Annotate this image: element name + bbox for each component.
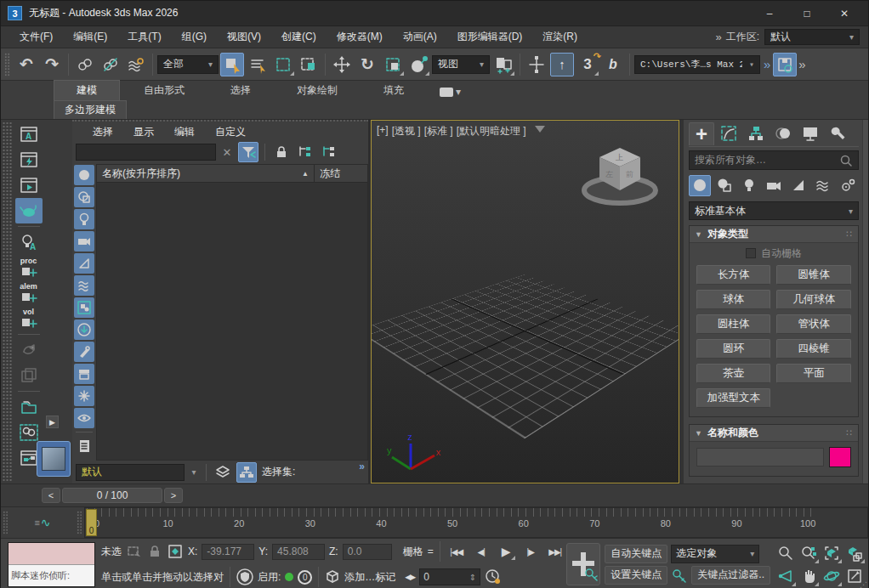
minimize-button[interactable]: –: [753, 3, 787, 24]
current-frame-field[interactable]: 0 ⇕: [419, 568, 480, 585]
category-systems-button[interactable]: [837, 175, 859, 196]
toggle-set-key-mode-button[interactable]: [566, 543, 600, 585]
command-panel-scrollbar[interactable]: [862, 120, 868, 483]
previous-key-button[interactable]: ◀|: [471, 542, 491, 561]
light-lister-button[interactable]: A: [15, 229, 43, 255]
play-animation-button[interactable]: ▶: [496, 542, 516, 561]
viewport-menu-general[interactable]: [+]: [377, 124, 389, 139]
toolbar-drag-handle[interactable]: [4, 53, 10, 76]
clear-search-icon[interactable]: ✕: [219, 146, 235, 159]
open-folders-button[interactable]: [15, 394, 43, 420]
current-frame-display[interactable]: 0 / 100: [62, 488, 162, 503]
explorer-search-input[interactable]: [76, 144, 216, 161]
explorer-menu-item[interactable]: 自定义: [207, 125, 254, 139]
autogrid-checkbox[interactable]: [746, 248, 756, 258]
ribbon-tab-populate[interactable]: 填充: [361, 81, 426, 100]
listener-macro-pane[interactable]: [9, 543, 94, 565]
close-button[interactable]: ✕: [827, 3, 861, 24]
display-helpers-toggle[interactable]: [74, 253, 94, 274]
explorer-filter-button[interactable]: [238, 142, 258, 162]
column-header-name[interactable]: 名称(按升序排序) ▲: [97, 165, 315, 182]
pick-parent-button[interactable]: [295, 142, 315, 162]
selection-filter-dropdown[interactable]: 全部 ▾: [157, 55, 219, 74]
category-spacewarps-button[interactable]: [812, 175, 834, 196]
snap-3d-toggle-button[interactable]: 3↷: [576, 53, 599, 76]
menu-item[interactable]: 动画(A): [393, 26, 447, 48]
trackbar-drag-handle[interactable]: [3, 511, 8, 534]
selection-lock-region-icon[interactable]: [126, 543, 143, 560]
material-preview-button[interactable]: [37, 441, 71, 477]
hierarchy-view-button[interactable]: [236, 462, 257, 483]
tab-hierarchy[interactable]: [743, 122, 769, 145]
menu-item[interactable]: 编辑(E): [63, 26, 117, 48]
next-key-button[interactable]: |▶: [520, 542, 541, 561]
object-name-field[interactable]: [696, 448, 824, 466]
menu-item[interactable]: 创建(C): [271, 26, 327, 48]
category-dropdown[interactable]: 标准基本体 ▾: [689, 201, 859, 220]
spinner-icon[interactable]: ⇕: [469, 573, 476, 582]
mini-curve-editor-button[interactable]: ≡ ∿: [34, 516, 50, 529]
layers-view-button[interactable]: [213, 462, 233, 483]
snap-toggle-button[interactable]: [525, 53, 548, 76]
next-frame-button[interactable]: >: [164, 488, 183, 503]
y-coordinate-field[interactable]: 45.808: [272, 544, 325, 560]
pan-view-button[interactable]: [798, 565, 820, 587]
window-crossing-toggle[interactable]: [297, 53, 321, 76]
pick-child-button[interactable]: [319, 142, 339, 162]
undo-button[interactable]: ↶: [14, 53, 38, 76]
viewport-menu-shading[interactable]: [默认明暗处理 ]: [457, 124, 526, 139]
display-bones-toggle[interactable]: [74, 342, 94, 362]
workspace-dropdown[interactable]: 默认 ▾: [764, 29, 860, 45]
maxscript-mini-listener[interactable]: 脚本迷你侦听:: [8, 542, 95, 587]
object-type-button[interactable]: 茶壶: [696, 364, 771, 383]
display-geometry-toggle[interactable]: [74, 165, 94, 185]
trackbar-drag-handle[interactable]: [77, 511, 82, 534]
display-hidden-toggle[interactable]: [74, 408, 94, 428]
tab-modify[interactable]: [716, 122, 741, 145]
select-link-button[interactable]: [73, 53, 97, 76]
toolbar-overflow-icon[interactable]: »: [764, 57, 770, 71]
object-type-button[interactable]: 长方体: [696, 265, 771, 285]
add-time-tag[interactable]: 添加…标记: [344, 570, 395, 585]
menu-item[interactable]: 工具(T): [117, 26, 171, 48]
unlink-selection-button[interactable]: [99, 53, 122, 76]
category-shapes-button[interactable]: [713, 175, 736, 196]
window-resize-grip[interactable]: ⋰: [860, 580, 867, 588]
object-type-button[interactable]: 圆柱体: [696, 314, 771, 334]
key-mode-toggle-icon[interactable]: ◀▶: [405, 573, 415, 581]
tab-motion[interactable]: [770, 122, 796, 145]
object-type-button[interactable]: 加强型文本: [696, 388, 771, 408]
mute-count-button[interactable]: 0: [298, 570, 312, 585]
select-and-place-button[interactable]: [406, 53, 430, 76]
display-lights-toggle[interactable]: [74, 209, 94, 229]
menu-item[interactable]: 修改器(M): [327, 26, 393, 48]
keyframe-icon[interactable]: [671, 567, 688, 584]
render-setup-window-button[interactable]: [15, 147, 43, 172]
cube-marker-icon[interactable]: [325, 569, 340, 585]
ribbon-minimize-button[interactable]: ▾: [440, 86, 461, 100]
enabled-indicator[interactable]: [285, 573, 293, 581]
listener-script-pane[interactable]: 脚本迷你侦听:: [9, 565, 94, 586]
previous-frame-button[interactable]: <: [42, 488, 60, 503]
ribbon-panel-polygon-modeling[interactable]: 多边形建模: [54, 100, 127, 119]
menu-item[interactable]: 图形编辑器(D): [447, 26, 533, 48]
render-in-cloud-button[interactable]: [15, 198, 43, 223]
rendered-frame-window-button[interactable]: [15, 172, 43, 198]
explorer-settings-button[interactable]: [74, 436, 94, 456]
explorer-menu-item[interactable]: 编辑: [166, 125, 203, 139]
ribbon-tab-freeform[interactable]: 自由形式: [122, 81, 207, 100]
project-folder-dropdown[interactable]: C:\Users\李…s Max 2026 ▾: [634, 55, 760, 74]
auto-key-button[interactable]: 自动关键点: [605, 545, 667, 563]
viewport-menu-render-preset[interactable]: [标准 ]: [424, 124, 453, 139]
explorer-tree-empty[interactable]: [97, 183, 367, 460]
layer-dropdown-caret[interactable]: ▾: [188, 464, 200, 481]
create-alembic-object-button[interactable]: alem: [15, 280, 43, 306]
object-type-button[interactable]: 平面: [776, 364, 851, 383]
select-and-scale-button[interactable]: [381, 53, 405, 76]
object-type-button[interactable]: 球体: [696, 290, 771, 309]
angle-snap-toggle-button[interactable]: b: [601, 53, 625, 76]
explorer-overflow-icon[interactable]: »: [359, 461, 365, 472]
display-cameras-toggle[interactable]: [74, 231, 94, 252]
category-geometry-button[interactable]: [689, 175, 711, 196]
lock-explorer-button[interactable]: [271, 142, 292, 162]
